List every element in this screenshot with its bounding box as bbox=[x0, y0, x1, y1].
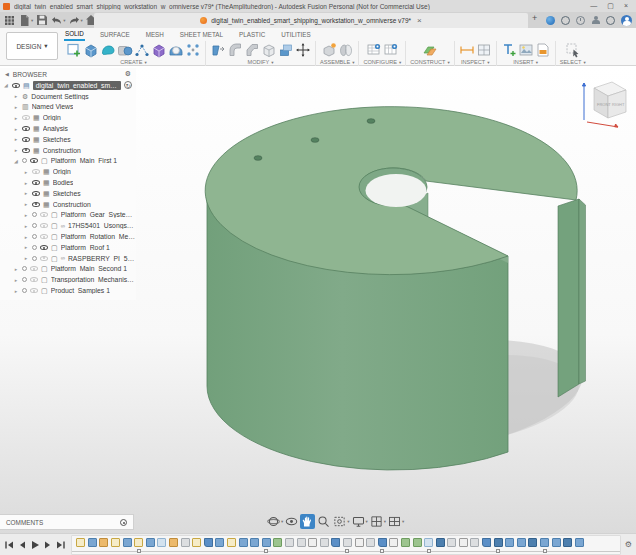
visibility-eye-icon[interactable] bbox=[30, 288, 38, 293]
browser-item[interactable]: ▸▢Platform_Roof 1 bbox=[0, 242, 136, 253]
view-cube[interactable]: FRONT RIGHT bbox=[572, 70, 634, 130]
offset-face-icon[interactable] bbox=[278, 42, 294, 58]
feature-icon-ex[interactable] bbox=[552, 538, 561, 547]
feature-icon-sk[interactable] bbox=[227, 538, 236, 547]
feature-icon-mv[interactable] bbox=[308, 538, 317, 547]
visibility-eye-icon[interactable] bbox=[32, 169, 40, 174]
feature-icon-or[interactable] bbox=[169, 538, 178, 547]
insert-dxf-icon[interactable] bbox=[535, 42, 551, 58]
surface-tool-icon[interactable] bbox=[117, 42, 133, 58]
browser-item[interactable]: ▸▢Transportation_Mechanism 1 bbox=[0, 274, 136, 285]
expand-icon[interactable]: ▸ bbox=[23, 234, 29, 240]
feature-icon-bl[interactable] bbox=[563, 538, 572, 547]
visibility-eye-icon[interactable] bbox=[22, 148, 30, 153]
expand-icon[interactable]: ▸ bbox=[13, 277, 19, 283]
orbit-tool-icon[interactable] bbox=[266, 514, 281, 529]
feature-icon-pl[interactable] bbox=[157, 538, 166, 547]
expand-icon[interactable]: ▸ bbox=[13, 147, 19, 153]
measure-icon[interactable] bbox=[459, 42, 475, 58]
expand-icon[interactable]: ▸ bbox=[23, 180, 29, 186]
feature-icon-ex[interactable] bbox=[239, 538, 248, 547]
notifications-icon[interactable] bbox=[561, 16, 570, 25]
visibility-eye-icon[interactable] bbox=[30, 277, 38, 282]
display-settings-dropdown-caret[interactable]: ▾ bbox=[366, 519, 368, 524]
activate-component-radio[interactable] bbox=[22, 158, 27, 163]
feature-icon-mv[interactable] bbox=[355, 538, 364, 547]
file-menu-caret[interactable]: ▾ bbox=[31, 18, 33, 23]
display-settings-tool-icon[interactable] bbox=[351, 514, 366, 529]
playback-to-end-icon[interactable] bbox=[56, 540, 66, 550]
activate-component-radio[interactable] bbox=[32, 245, 37, 250]
expand-icon[interactable]: ▸ bbox=[13, 136, 19, 142]
app-grid-icon[interactable] bbox=[3, 14, 16, 27]
section-analysis-icon[interactable] bbox=[476, 42, 492, 58]
expand-icon[interactable]: ▸ bbox=[13, 126, 19, 132]
user-avatar[interactable] bbox=[621, 15, 632, 26]
visibility-eye-icon[interactable] bbox=[40, 223, 48, 228]
tab-utilities[interactable]: UTILITIES bbox=[280, 29, 311, 40]
tab-sheet-metal[interactable]: SHEET METAL bbox=[179, 29, 224, 40]
create-sketch-icon[interactable] bbox=[66, 42, 82, 58]
expand-icon[interactable]: ▸ bbox=[23, 169, 29, 175]
feature-icon-ex[interactable] bbox=[505, 538, 514, 547]
chamfer-icon[interactable] bbox=[244, 42, 260, 58]
tab-plastic[interactable]: PLASTIC bbox=[238, 29, 266, 40]
insert-group-label[interactable]: INSERT▾ bbox=[513, 58, 538, 66]
browser-item[interactable]: ▸▢∞17HS5401_Usongshine s... bbox=[0, 220, 136, 231]
new-tab-button[interactable]: + bbox=[532, 13, 537, 23]
browser-item[interactable]: ▸▦Bodies bbox=[0, 177, 136, 188]
visibility-eye-icon[interactable] bbox=[30, 266, 38, 271]
tab-mesh[interactable]: MESH bbox=[145, 29, 165, 40]
feature-icon-fl[interactable] bbox=[378, 538, 387, 547]
file-menu-icon[interactable] bbox=[18, 14, 31, 27]
workspace-selector[interactable]: DESIGN▾ bbox=[6, 32, 58, 60]
activate-component-radio[interactable] bbox=[32, 223, 37, 228]
timeline-marker[interactable] bbox=[264, 549, 268, 553]
timeline-settings-gear-icon[interactable]: ⚙ bbox=[621, 540, 636, 549]
feature-icon-fl[interactable] bbox=[204, 538, 213, 547]
assemble-group-label[interactable]: ASSEMBLE▾ bbox=[320, 58, 354, 66]
comments-bar[interactable]: COMMENTS bbox=[0, 514, 134, 530]
tab-surface[interactable]: SURFACE bbox=[99, 29, 131, 40]
browser-item[interactable]: ◢▤digital_twin_enabled_smart_s...↻ bbox=[0, 80, 136, 91]
undo-caret[interactable]: ▾ bbox=[63, 18, 65, 23]
activate-component-radio[interactable] bbox=[22, 266, 27, 271]
visibility-eye-icon[interactable] bbox=[40, 256, 48, 261]
expand-icon[interactable]: ▸ bbox=[13, 266, 19, 272]
visibility-eye-icon[interactable] bbox=[30, 158, 38, 163]
expand-icon[interactable]: ▸ bbox=[23, 223, 29, 229]
derive-icon[interactable] bbox=[134, 42, 150, 58]
feature-icon-gn[interactable] bbox=[401, 538, 410, 547]
playback-play-icon[interactable] bbox=[30, 540, 40, 550]
collapse-icon[interactable]: ◢ bbox=[3, 82, 9, 88]
browser-item[interactable]: ▸▢Platform_Gear_System 1 bbox=[0, 210, 136, 221]
browser-item[interactable]: ▸▢Platform_Main_Second 1 bbox=[0, 264, 136, 275]
activate-component-radio[interactable] bbox=[32, 234, 37, 239]
browser-item[interactable]: ▸▦Origin bbox=[0, 166, 136, 177]
expand-icon[interactable]: ▸ bbox=[13, 115, 19, 121]
feature-icon-sk[interactable] bbox=[76, 538, 85, 547]
feature-icon-ex[interactable] bbox=[123, 538, 132, 547]
joint-icon[interactable] bbox=[338, 42, 354, 58]
minimize-button[interactable]: — bbox=[590, 2, 597, 10]
modify-group-label[interactable]: MODIFY▾ bbox=[247, 58, 273, 66]
insert-text-icon[interactable] bbox=[501, 42, 517, 58]
select-tool-icon[interactable] bbox=[565, 42, 581, 58]
activate-component-radio[interactable] bbox=[22, 288, 27, 293]
extrude-icon[interactable] bbox=[83, 42, 99, 58]
browser-item[interactable]: ▸▦Sketches bbox=[0, 134, 136, 145]
configure-group-label[interactable]: CONFIGURE▾ bbox=[363, 58, 401, 66]
visibility-eye-icon[interactable] bbox=[32, 191, 40, 196]
comments-expand-icon[interactable] bbox=[120, 519, 127, 526]
close-window-button[interactable]: × bbox=[624, 2, 628, 10]
zoom-tool-icon[interactable] bbox=[316, 514, 331, 529]
activate-component-radio[interactable] bbox=[22, 277, 27, 282]
grid-dropdown-caret[interactable]: ▾ bbox=[384, 519, 386, 524]
viewport-canvas[interactable]: ◀ BROWSER ⚙ ◢▤digital_twin_enabled_smart… bbox=[0, 66, 636, 555]
browser-item[interactable]: ▸▢Product_Samples 1 bbox=[0, 285, 136, 296]
feature-icon-gn[interactable] bbox=[273, 538, 282, 547]
visibility-eye-icon[interactable] bbox=[40, 245, 48, 250]
feature-icon-sk[interactable] bbox=[192, 538, 201, 547]
feature-icon-gr[interactable] bbox=[285, 538, 294, 547]
feature-icon-pl[interactable] bbox=[424, 538, 433, 547]
